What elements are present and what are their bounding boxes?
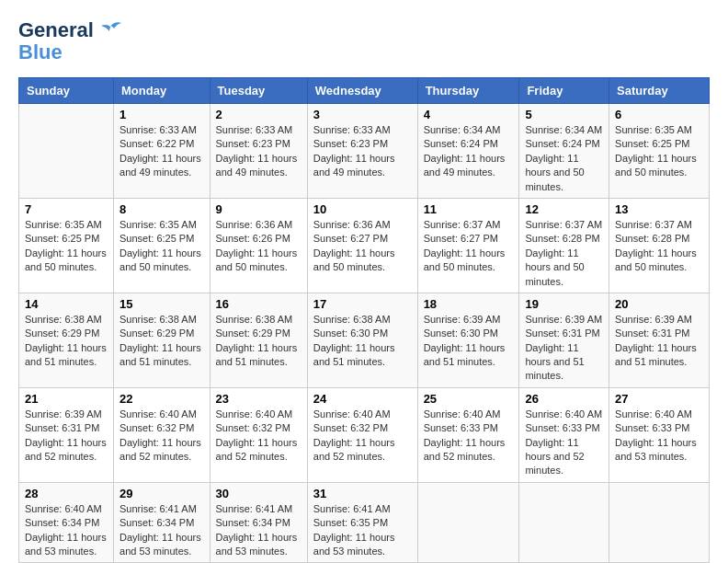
- calendar-cell: 23Sunrise: 6:40 AMSunset: 6:32 PMDayligh…: [210, 387, 307, 482]
- sunrise-text: Sunrise: 6:36 AM: [313, 218, 412, 232]
- daylight-text: Daylight: 11 hours and 50 minutes.: [615, 152, 703, 180]
- daylight-text: Daylight: 11 hours and 52 minutes.: [119, 436, 203, 465]
- sunset-text: Sunset: 6:32 PM: [119, 421, 203, 435]
- daylight-text: Daylight: 11 hours and 49 minutes.: [119, 152, 203, 180]
- day-number: 15: [119, 297, 203, 311]
- daylight-text: Daylight: 11 hours and 50 minutes.: [615, 247, 703, 275]
- logo-blue: Blue: [18, 42, 123, 63]
- day-info: Sunrise: 6:38 AMSunset: 6:29 PMDaylight:…: [119, 313, 203, 370]
- day-info: Sunrise: 6:39 AMSunset: 6:31 PMDaylight:…: [525, 313, 603, 384]
- day-info: Sunrise: 6:37 AMSunset: 6:27 PMDaylight:…: [424, 218, 514, 275]
- sunset-text: Sunset: 6:24 PM: [424, 137, 514, 151]
- day-number: 30: [216, 487, 301, 500]
- sunset-text: Sunset: 6:23 PM: [216, 137, 301, 151]
- sunrise-text: Sunrise: 6:39 AM: [25, 408, 108, 421]
- daylight-text: Daylight: 11 hours and 51 minutes.: [313, 341, 412, 370]
- daylight-text: Daylight: 11 hours and 50 minutes.: [25, 247, 108, 275]
- daylight-text: Daylight: 11 hours and 53 minutes.: [25, 531, 108, 559]
- daylight-text: Daylight: 11 hours and 51 minutes.: [25, 341, 108, 370]
- sunrise-text: Sunrise: 6:33 AM: [119, 123, 203, 137]
- sunset-text: Sunset: 6:29 PM: [216, 327, 301, 340]
- sunset-text: Sunset: 6:25 PM: [119, 232, 203, 246]
- sunrise-text: Sunrise: 6:41 AM: [119, 502, 203, 516]
- sunrise-text: Sunrise: 6:34 AM: [525, 123, 603, 137]
- calendar-cell: 21Sunrise: 6:39 AMSunset: 6:31 PMDayligh…: [19, 387, 114, 482]
- calendar-cell: 18Sunrise: 6:39 AMSunset: 6:30 PMDayligh…: [417, 293, 519, 387]
- day-info: Sunrise: 6:33 AMSunset: 6:22 PMDaylight:…: [119, 123, 203, 180]
- day-info: Sunrise: 6:37 AMSunset: 6:28 PMDaylight:…: [525, 218, 603, 289]
- calendar-cell: 8Sunrise: 6:35 AMSunset: 6:25 PMDaylight…: [114, 198, 210, 293]
- sunrise-text: Sunrise: 6:37 AM: [525, 218, 603, 232]
- sunrise-text: Sunrise: 6:39 AM: [424, 313, 514, 327]
- sunset-text: Sunset: 6:31 PM: [615, 327, 703, 340]
- day-info: Sunrise: 6:34 AMSunset: 6:24 PMDaylight:…: [525, 123, 603, 194]
- day-number: 12: [525, 202, 603, 216]
- calendar-week-row: 14Sunrise: 6:38 AMSunset: 6:29 PMDayligh…: [19, 293, 710, 387]
- sunrise-text: Sunrise: 6:40 AM: [216, 408, 301, 421]
- daylight-text: Daylight: 11 hours and 53 minutes.: [313, 531, 412, 559]
- daylight-text: Daylight: 11 hours and 51 minutes.: [525, 341, 603, 384]
- sunrise-text: Sunrise: 6:41 AM: [313, 502, 412, 516]
- sunrise-text: Sunrise: 6:39 AM: [525, 313, 603, 327]
- day-info: Sunrise: 6:38 AMSunset: 6:29 PMDaylight:…: [216, 313, 301, 370]
- day-info: Sunrise: 6:40 AMSunset: 6:32 PMDaylight:…: [313, 408, 412, 465]
- sunrise-text: Sunrise: 6:36 AM: [216, 218, 301, 232]
- sunrise-text: Sunrise: 6:40 AM: [424, 408, 514, 421]
- day-number: 29: [119, 487, 203, 500]
- day-info: Sunrise: 6:40 AMSunset: 6:34 PMDaylight:…: [25, 502, 108, 559]
- day-info: Sunrise: 6:40 AMSunset: 6:32 PMDaylight:…: [216, 408, 301, 465]
- sunrise-text: Sunrise: 6:35 AM: [119, 218, 203, 232]
- sunrise-text: Sunrise: 6:38 AM: [313, 313, 412, 327]
- calendar-cell: 15Sunrise: 6:38 AMSunset: 6:29 PMDayligh…: [114, 293, 210, 387]
- sunrise-text: Sunrise: 6:40 AM: [615, 408, 703, 421]
- day-number: 23: [216, 392, 301, 406]
- day-info: Sunrise: 6:36 AMSunset: 6:26 PMDaylight:…: [216, 218, 301, 275]
- calendar-cell: 24Sunrise: 6:40 AMSunset: 6:32 PMDayligh…: [307, 387, 417, 482]
- day-number: 22: [119, 392, 203, 406]
- day-number: 5: [525, 108, 603, 121]
- sunrise-text: Sunrise: 6:33 AM: [216, 123, 301, 137]
- calendar-cell: 17Sunrise: 6:38 AMSunset: 6:30 PMDayligh…: [307, 293, 417, 387]
- day-number: 2: [216, 108, 301, 121]
- daylight-text: Daylight: 11 hours and 52 minutes.: [313, 436, 412, 465]
- calendar-cell: 5Sunrise: 6:34 AMSunset: 6:24 PMDaylight…: [519, 104, 609, 199]
- daylight-text: Daylight: 11 hours and 52 minutes.: [424, 436, 514, 465]
- calendar-cell: 1Sunrise: 6:33 AMSunset: 6:22 PMDaylight…: [114, 104, 210, 199]
- calendar-cell: 27Sunrise: 6:40 AMSunset: 6:33 PMDayligh…: [609, 387, 710, 482]
- sunset-text: Sunset: 6:27 PM: [424, 232, 514, 246]
- header-tuesday: Tuesday: [210, 78, 307, 104]
- day-number: 10: [313, 202, 412, 216]
- sunset-text: Sunset: 6:34 PM: [119, 516, 203, 530]
- daylight-text: Daylight: 11 hours and 50 minutes.: [313, 247, 412, 275]
- sunrise-text: Sunrise: 6:39 AM: [615, 313, 703, 327]
- calendar-cell: 6Sunrise: 6:35 AMSunset: 6:25 PMDaylight…: [609, 104, 710, 199]
- day-info: Sunrise: 6:35 AMSunset: 6:25 PMDaylight:…: [25, 218, 108, 275]
- day-info: Sunrise: 6:40 AMSunset: 6:33 PMDaylight:…: [615, 408, 703, 465]
- day-info: Sunrise: 6:35 AMSunset: 6:25 PMDaylight:…: [615, 123, 703, 180]
- daylight-text: Daylight: 11 hours and 50 minutes.: [216, 247, 301, 275]
- daylight-text: Daylight: 11 hours and 51 minutes.: [424, 341, 514, 370]
- sunrise-text: Sunrise: 6:35 AM: [615, 123, 703, 137]
- daylight-text: Daylight: 11 hours and 49 minutes.: [313, 152, 412, 180]
- calendar-week-row: 7Sunrise: 6:35 AMSunset: 6:25 PMDaylight…: [19, 198, 710, 293]
- day-number: 26: [525, 392, 603, 406]
- day-number: 20: [615, 297, 703, 311]
- day-info: Sunrise: 6:33 AMSunset: 6:23 PMDaylight:…: [216, 123, 301, 180]
- day-number: 21: [25, 392, 108, 406]
- day-number: 24: [313, 392, 412, 406]
- header-wednesday: Wednesday: [307, 78, 417, 104]
- sunset-text: Sunset: 6:31 PM: [25, 421, 108, 435]
- day-number: 3: [313, 108, 412, 121]
- sunrise-text: Sunrise: 6:38 AM: [119, 313, 203, 327]
- calendar-week-row: 1Sunrise: 6:33 AMSunset: 6:22 PMDaylight…: [19, 104, 710, 199]
- sunset-text: Sunset: 6:30 PM: [313, 327, 412, 340]
- daylight-text: Daylight: 11 hours and 52 minutes.: [525, 436, 603, 478]
- sunset-text: Sunset: 6:23 PM: [313, 137, 412, 151]
- day-info: Sunrise: 6:39 AMSunset: 6:30 PMDaylight:…: [424, 313, 514, 370]
- calendar-cell: 11Sunrise: 6:37 AMSunset: 6:27 PMDayligh…: [417, 198, 519, 293]
- day-info: Sunrise: 6:34 AMSunset: 6:24 PMDaylight:…: [424, 123, 514, 180]
- sunrise-text: Sunrise: 6:38 AM: [216, 313, 301, 327]
- day-info: Sunrise: 6:39 AMSunset: 6:31 PMDaylight:…: [615, 313, 703, 370]
- calendar-cell: 29Sunrise: 6:41 AMSunset: 6:34 PMDayligh…: [114, 482, 210, 563]
- day-number: 25: [424, 392, 514, 406]
